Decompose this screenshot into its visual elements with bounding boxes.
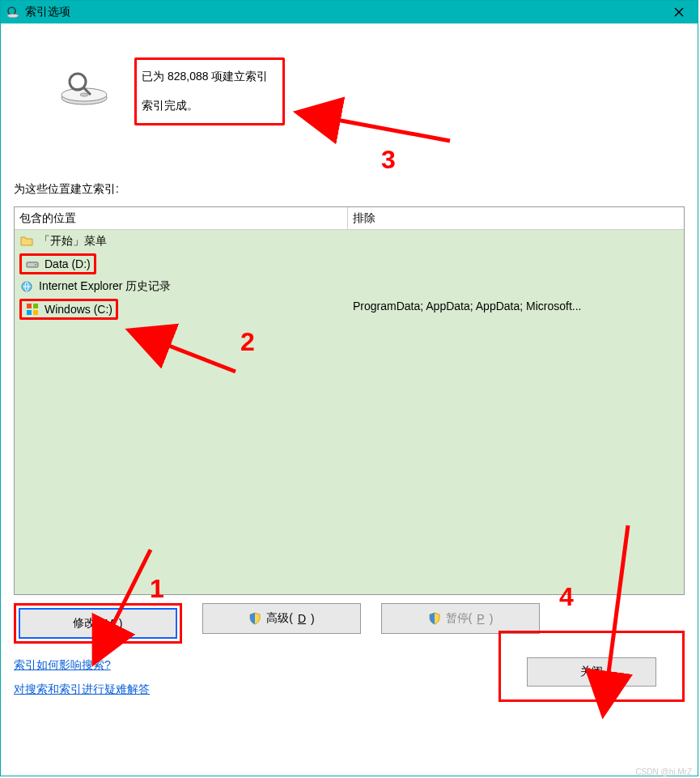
annotation-number-2: 2 [240,327,255,357]
annotation-number-1: 1 [150,574,164,604]
table-row[interactable]: Data (D:) [15,253,348,275]
table-row[interactable]: 「开始」菜单 [15,230,348,253]
ie-icon [19,279,34,294]
svg-rect-17 [33,310,38,315]
column-header-excluded[interactable]: 排除 [348,207,684,229]
svg-rect-14 [27,304,32,308]
watermark: CSDN @hi.MrZ [635,767,692,776]
svg-point-11 [35,264,36,266]
drive-icon [25,257,40,271]
svg-point-7 [80,93,88,96]
advanced-button[interactable]: 高级(D) [202,603,361,634]
modify-button[interactable]: 修改(M) [19,608,177,639]
pause-button[interactable]: 暂停(P) [381,603,540,634]
line1-prefix: 已为 [142,70,168,83]
status-box: 已为 828,088 项建立索引 索引完成。 [134,57,285,125]
svg-point-2 [7,14,19,18]
table-row[interactable]: Windows (C:) [15,298,348,321]
shield-icon [248,612,261,625]
disk-search-icon [58,69,110,110]
svg-rect-16 [27,310,32,315]
folder-icon [19,234,34,249]
locations-label: 为这些位置建立索引: [14,182,685,197]
row-label: Data (D:) [45,257,91,270]
shield-icon [428,612,441,625]
locations-table: 包含的位置 排除 「开始」菜单 [14,206,685,595]
svg-rect-15 [33,304,38,308]
row-label: 「开始」菜单 [39,234,107,249]
row-label: Windows (C:) [45,303,112,316]
line1-suffix: 项建立索引 [209,70,269,83]
annotation-number-4: 4 [559,582,574,612]
table-row[interactable]: Internet Explorer 历史记录 [15,275,348,298]
exclude-text: ProgramData; AppData; AppData; Microsoft… [353,233,679,312]
titlebar: 索引选项 [1,1,698,23]
indexed-count: 828,088 [168,70,209,83]
indexed-count-line: 已为 828,088 项建立索引 [142,70,268,84]
close-window-button[interactable] [660,1,698,23]
index-complete-line: 索引完成。 [142,99,268,113]
window-title: 索引选项 [25,5,70,19]
window: 索引选项 已为 828,088 项建立索引 索引完成。 [0,0,698,776]
row-label: Internet Explorer 历史记录 [39,279,171,294]
annotation-number-3: 3 [381,145,396,175]
windows-drive-icon [25,302,40,317]
close-button[interactable]: 关闭 [527,657,656,687]
index-options-icon [6,5,20,19]
content-area: 已为 828,088 项建立索引 索引完成。 为这些位置建立索引: 包含的位置 … [1,23,698,715]
column-header-included[interactable]: 包含的位置 [15,207,348,229]
